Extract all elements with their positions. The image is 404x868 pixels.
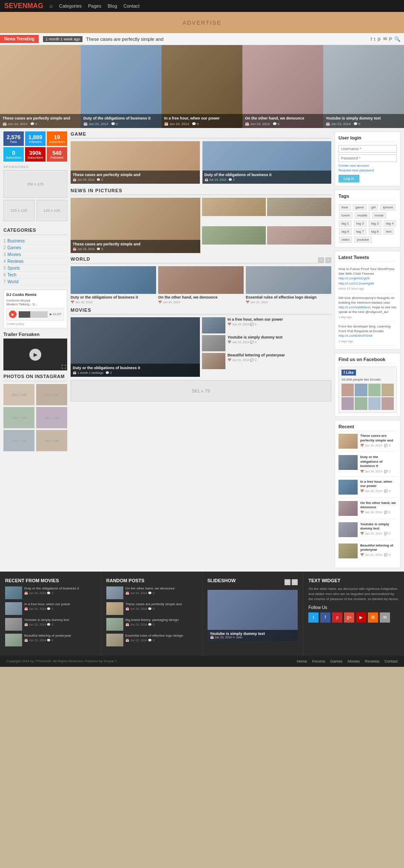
trend-pr-icon[interactable]: P: [389, 37, 392, 42]
tag-youtube[interactable]: youtube: [354, 236, 371, 243]
tag-4[interactable]: tag 4: [384, 220, 396, 227]
footer-movie-item-2[interactable]: In a free hour, when our power 📅 Jun 24,…: [5, 602, 96, 615]
tag-2[interactable]: tag 2: [354, 220, 367, 227]
footer-movie-item-4[interactable]: Beautiful lettering of yesteryear 📅 Jun …: [5, 634, 96, 646]
recent-item-1[interactable]: These cases are perfectly simple and 📅 J…: [339, 434, 397, 452]
youtube-box[interactable]: 390k Subscribers: [25, 147, 46, 162]
tag-7[interactable]: tag 7: [354, 228, 367, 235]
play-button[interactable]: ▶: [9, 310, 17, 318]
tweet-link-3[interactable]: http://t.co/hE6N4T0m5: [339, 334, 373, 338]
movies-main[interactable]: Duty or the obligations of business it 📅…: [71, 317, 200, 377]
bottom-nav-home[interactable]: Home: [297, 659, 307, 663]
follow-youtube-icon[interactable]: ▶: [356, 612, 366, 623]
footer-random-item-4[interactable]: Essential rules of effective logo design…: [106, 634, 197, 646]
search-icon[interactable]: 🔍: [394, 36, 401, 42]
create-account-link[interactable]: Create new account: [339, 164, 397, 168]
world-next-arrow[interactable]: +: [325, 257, 331, 263]
news-pic-main[interactable]: These cases are perfectly simple and 📅 J…: [71, 198, 200, 253]
trailer-thumb[interactable]: ▶ ⛶: [3, 339, 67, 370]
cookie-policy[interactable]: Cookie policy: [6, 322, 64, 325]
ad-banner[interactable]: 561 x 79: [71, 380, 331, 401]
world-item-1[interactable]: Duty or the obligations of business it 📅…: [71, 266, 156, 304]
follow-facebook-icon[interactable]: f: [320, 612, 330, 623]
world-item-3[interactable]: Essential rules of effective logo design…: [246, 266, 331, 304]
recent-item-6[interactable]: Beautiful lettering of yesteryear 📅 Jun …: [339, 544, 397, 561]
recent-item-4[interactable]: On the other hand, we denounce 📅 Jun 24,…: [339, 501, 397, 519]
tag-3[interactable]: tag 3: [369, 220, 381, 227]
footer-random-item-2[interactable]: These cases are perfectly simple and 📅 J…: [106, 602, 197, 615]
category-item-6[interactable]: 6Tech: [3, 272, 67, 279]
cat-name-7[interactable]: World: [8, 279, 19, 284]
nav-categories[interactable]: Categories: [59, 3, 82, 9]
follow-google-icon[interactable]: g+: [344, 612, 354, 623]
nav-pages[interactable]: Pages: [88, 3, 101, 9]
follow-email-icon[interactable]: ✉: [380, 612, 390, 623]
cat-name-6[interactable]: Tech: [8, 273, 17, 277]
movies-side-item-3[interactable]: Beautiful lettering of yesteryear 📅 Jun …: [202, 353, 331, 369]
hero-item-5[interactable]: Youtube is simply dummy text 📅 Jun 23, 2…: [323, 45, 404, 128]
footer-movie-item-1[interactable]: Duty or the obligations of business it 📅…: [5, 586, 96, 599]
trend-pi-icon[interactable]: 𝕡: [378, 36, 381, 42]
tag-game[interactable]: game: [353, 204, 367, 211]
category-item-7[interactable]: 7World: [3, 279, 67, 285]
password-input[interactable]: [339, 154, 397, 162]
trend-fb-icon[interactable]: f: [371, 37, 372, 42]
hero-item-2[interactable]: Duty of the obligations of business it 📅…: [81, 45, 162, 128]
bottom-nav-forums[interactable]: Forums: [312, 659, 325, 663]
recent-item-3[interactable]: In a free hour, when our power 📅 Jun 24,…: [339, 480, 397, 498]
slideshow-prev[interactable]: <: [285, 579, 290, 585]
trend-em-icon[interactable]: ✉: [383, 36, 387, 42]
nav-contact[interactable]: Contact: [123, 3, 139, 9]
recent-item-2[interactable]: Duty or the obligations of business it 📅…: [339, 455, 397, 476]
cat-name-5[interactable]: Sports: [8, 266, 20, 270]
video-expand-icon[interactable]: ⛶: [62, 364, 66, 369]
tag-fone[interactable]: fone: [339, 204, 351, 211]
bottom-nav-games[interactable]: Games: [330, 659, 342, 663]
bottom-nav-contact[interactable]: Contact: [384, 659, 398, 663]
category-item-5[interactable]: 5Sports: [3, 265, 67, 272]
tweet-link-2[interactable]: http://t.co/nVyt66Avzl: [339, 305, 370, 309]
footer-random-item-1[interactable]: On the other hand, we denounce 📅 Jun 24,…: [106, 586, 197, 599]
hero-item-3[interactable]: In a free hour, when our power 📅 Jun 24,…: [162, 45, 242, 128]
request-password-link[interactable]: Request new password: [339, 168, 397, 172]
hero-item-4[interactable]: On the other hand, we denounce 📅 Jun 24,…: [242, 45, 323, 128]
facebook-box[interactable]: 2,576 Fans: [3, 131, 24, 146]
insta-item-2[interactable]: 150 x 150: [36, 384, 67, 405]
footer-random-item-3[interactable]: Big brand theory: packaging design 📅 Jun…: [106, 618, 197, 631]
follow-rss-icon[interactable]: ⌘: [368, 612, 378, 623]
tag-test[interactable]: test: [384, 228, 394, 235]
game-article-2[interactable]: Duty of the obligations of business it 📅…: [202, 141, 332, 184]
tag-iphone[interactable]: iphone: [380, 204, 395, 211]
insta-item-6[interactable]: 150 x 150: [36, 430, 67, 451]
category-item-1[interactable]: 1Business: [3, 238, 67, 245]
site-logo[interactable]: SEVENMAG: [4, 2, 43, 10]
tag-movie[interactable]: movie: [372, 212, 386, 219]
cat-name-4[interactable]: Reviews: [8, 259, 24, 264]
cat-name-2[interactable]: Games: [8, 245, 21, 250]
category-item-2[interactable]: 2Games: [3, 245, 67, 251]
nav-blog[interactable]: Blog: [108, 3, 117, 9]
slideshow-next[interactable]: >: [292, 579, 298, 585]
game-article-1[interactable]: These cases are perfectly simple and 📅 J…: [71, 141, 200, 184]
world-prev-arrow[interactable]: +: [318, 257, 324, 263]
ad-small-1[interactable]: 125 x 125: [3, 200, 34, 221]
footer-movie-item-3[interactable]: Youtube is simply dummy text 📅 Jun 23, 2…: [5, 618, 96, 631]
vimeo-box[interactable]: 0 Subscribers: [3, 147, 24, 162]
movies-side-item-1[interactable]: In a free hour, when our power 📅 Jun 24,…: [202, 317, 331, 333]
tag-8[interactable]: tag 8: [369, 228, 381, 235]
world-item-2[interactable]: On the other hand, we denounce 📅 Jun 24,…: [158, 266, 244, 304]
news-pic-thumb-2[interactable]: [267, 198, 331, 216]
tag-mobile[interactable]: mobile: [355, 212, 370, 219]
follow-pinterest-icon[interactable]: p: [332, 612, 342, 623]
news-pic-thumb-1[interactable]: [202, 198, 266, 216]
google-box[interactable]: 540 Followers: [47, 147, 67, 162]
tag-lorem[interactable]: lorem: [339, 212, 353, 219]
insta-item-4[interactable]: 150 x 150: [36, 407, 67, 428]
tag-1[interactable]: tag 1: [339, 220, 352, 227]
home-icon[interactable]: ⌂: [50, 3, 53, 9]
cat-name-3[interactable]: Movies: [8, 252, 21, 257]
bottom-nav-movies[interactable]: Movies: [347, 659, 360, 663]
tweet-link-1b[interactable]: http://t.co/CCJnunHglW: [339, 282, 374, 285]
twitter-box[interactable]: 1,889 Followers: [25, 131, 46, 146]
insta-item-3[interactable]: 150 x 150: [3, 407, 34, 428]
